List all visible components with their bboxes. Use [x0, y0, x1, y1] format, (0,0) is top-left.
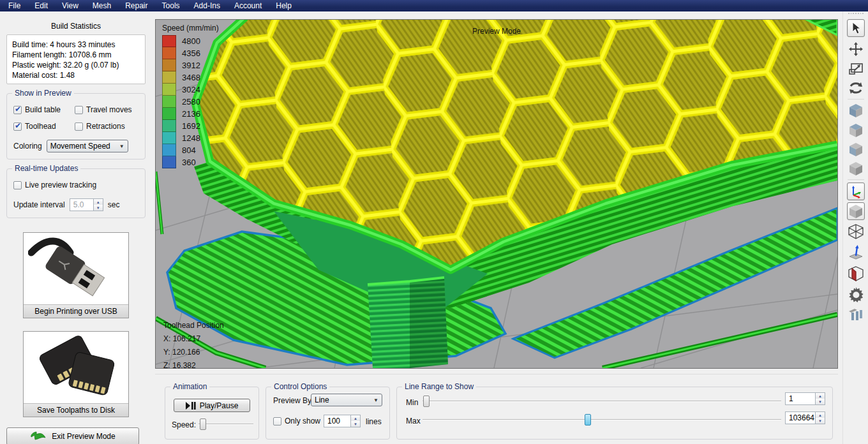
build-statistics-title: Build Statistics	[5, 17, 147, 34]
checkbox-retractions[interactable]: ✔ Retractions	[75, 122, 138, 131]
begin-printing-usb-button[interactable]: Begin Printing over USB	[23, 232, 129, 318]
chevron-down-icon: ▼	[373, 397, 378, 403]
legend-value: 4356	[182, 48, 200, 58]
min-slider[interactable]	[423, 395, 781, 408]
checkbox-box[interactable]: ✔	[75, 106, 83, 114]
menu-file[interactable]: File	[1, 1, 27, 11]
view-cube-front-icon[interactable]	[847, 121, 865, 139]
max-slider[interactable]	[423, 413, 781, 426]
surface-normals-icon[interactable]	[847, 244, 865, 262]
legend-entry: 1248	[162, 132, 219, 144]
menu-view[interactable]: View	[55, 1, 86, 11]
only-show-value[interactable]: 100	[324, 415, 351, 427]
legend-swatch	[162, 132, 176, 144]
checkbox-box[interactable]: ✔	[13, 106, 22, 114]
min-value-spinner[interactable]: 1 ▲▼	[785, 392, 825, 405]
spin-down-icon[interactable]: ▼	[816, 399, 825, 404]
checkbox-toolhead[interactable]: ✔ Toolhead	[13, 122, 75, 131]
pan-move-icon[interactable]	[847, 40, 865, 58]
view-cube-side-icon[interactable]	[847, 140, 865, 158]
max-value[interactable]: 103664	[785, 411, 816, 424]
checkbox-box[interactable]: ✔	[13, 122, 22, 131]
sd-button-caption[interactable]: Save Toolpaths to Disk	[24, 403, 128, 417]
green-back-arrow-icon	[30, 431, 47, 442]
legend-entry: 2136	[162, 108, 219, 120]
spin-up-icon[interactable]: ▲	[816, 393, 825, 399]
spin-down-icon[interactable]: ▼	[94, 205, 103, 211]
check-icon: ✔	[15, 105, 21, 114]
min-slider-handle[interactable]	[423, 396, 430, 407]
coloring-dropdown[interactable]: Movement Speed ▼	[47, 140, 128, 152]
menu-account[interactable]: Account	[227, 1, 269, 11]
spin-down-icon[interactable]: ▼	[816, 418, 825, 424]
legend-entry: 3024	[162, 84, 219, 96]
spin-up-icon[interactable]: ▲	[816, 412, 825, 418]
checkbox-box[interactable]: ✔	[13, 181, 22, 189]
spin-up-icon[interactable]: ▲	[351, 415, 360, 421]
usb-button-caption[interactable]: Begin Printing over USB	[24, 304, 128, 318]
menu-bar: File Edit View Mesh Repair Tools Add-Ins…	[0, 0, 868, 11]
slider-track[interactable]	[423, 419, 781, 420]
checkbox-live-preview-tracking[interactable]: ✔ Live preview tracking	[13, 181, 138, 189]
view-cube-top-icon[interactable]	[847, 101, 865, 119]
menu-mesh[interactable]: Mesh	[86, 1, 118, 11]
min-value[interactable]: 1	[785, 392, 816, 405]
legend-entry: 3912	[162, 59, 219, 71]
checkbox-build-table[interactable]: ✔ Build table	[13, 105, 75, 114]
scale-object-icon[interactable]	[847, 60, 865, 78]
menu-addins[interactable]: Add-Ins	[187, 1, 227, 11]
pedestal	[368, 278, 448, 368]
update-interval-unit: sec	[108, 200, 120, 209]
legend-swatch	[162, 108, 176, 120]
legend-swatch	[162, 120, 176, 132]
select-cursor-icon[interactable]	[847, 19, 865, 37]
menu-help[interactable]: Help	[269, 1, 299, 11]
checkbox-label: Retractions	[86, 122, 125, 131]
supports-icon[interactable]	[847, 306, 865, 323]
speed-slider[interactable]	[198, 418, 253, 431]
cross-section-icon[interactable]	[847, 265, 865, 283]
control-options-group: Control Options Preview By Line ▼ ✔ Only…	[266, 387, 390, 440]
exit-preview-mode-button[interactable]: Exit Preview Mode	[6, 427, 139, 444]
solid-model-icon[interactable]	[847, 202, 865, 220]
max-value-spinner[interactable]: 103664 ▲▼	[785, 411, 825, 424]
legend-swatch	[162, 144, 176, 156]
preview-by-dropdown[interactable]: Line ▼	[311, 394, 382, 406]
checkbox-box[interactable]: ✔	[75, 122, 83, 131]
legend-entry: 1692	[162, 120, 219, 132]
menu-edit[interactable]: Edit	[27, 1, 55, 11]
max-slider-handle[interactable]	[585, 414, 591, 426]
settings-gear-icon[interactable]	[847, 286, 865, 304]
speed-slider-handle[interactable]	[200, 418, 206, 430]
rotate-view-icon[interactable]	[847, 79, 865, 97]
spin-down-icon[interactable]: ▼	[351, 421, 360, 427]
legend-value: 1248	[182, 133, 200, 143]
checkbox-label: Live preview tracking	[25, 181, 96, 189]
check-icon: ✔	[15, 121, 21, 130]
menu-tools[interactable]: Tools	[155, 1, 187, 11]
legend-title: Speed (mm/min)	[162, 24, 219, 33]
slider-track[interactable]	[198, 424, 253, 425]
legend-entry: 804	[162, 144, 219, 156]
checkbox-only-show[interactable]: ✔ Only show	[273, 417, 320, 426]
play-pause-button[interactable]: Play/Pause	[174, 399, 250, 412]
show-in-preview-group: Show in Preview ✔ Build table ✔ Travel m…	[6, 93, 146, 159]
menu-repair[interactable]: Repair	[118, 1, 154, 11]
update-interval-label: Update interval	[13, 200, 65, 209]
checkbox-travel-moves[interactable]: ✔ Travel moves	[75, 105, 138, 114]
checkbox-label: Build table	[25, 105, 61, 114]
only-show-spinner[interactable]: 100 ▲▼	[324, 415, 361, 427]
realtime-updates-group: Real-time Updates ✔ Live preview trackin…	[6, 168, 146, 218]
update-interval-value[interactable]: 5.0	[70, 198, 94, 211]
exit-button-label: Exit Preview Mode	[52, 432, 115, 441]
view-cube-iso-icon[interactable]	[847, 159, 865, 177]
slider-track[interactable]	[423, 401, 781, 402]
wireframe-model-icon[interactable]	[847, 223, 865, 241]
toolbar-grip-handle[interactable]	[848, 13, 864, 16]
checkbox-box[interactable]: ✔	[273, 417, 281, 426]
preview-3d-viewport[interactable]: Speed (mm/min) 4800 4356 3912 3468 3024 …	[155, 19, 838, 369]
save-toolpaths-button[interactable]: Save Toolpaths to Disk	[23, 331, 129, 417]
update-interval-spinner[interactable]: 5.0 ▲▼	[70, 198, 103, 211]
coordinate-axes-icon[interactable]	[847, 182, 865, 200]
spin-up-icon[interactable]: ▲	[94, 199, 103, 205]
